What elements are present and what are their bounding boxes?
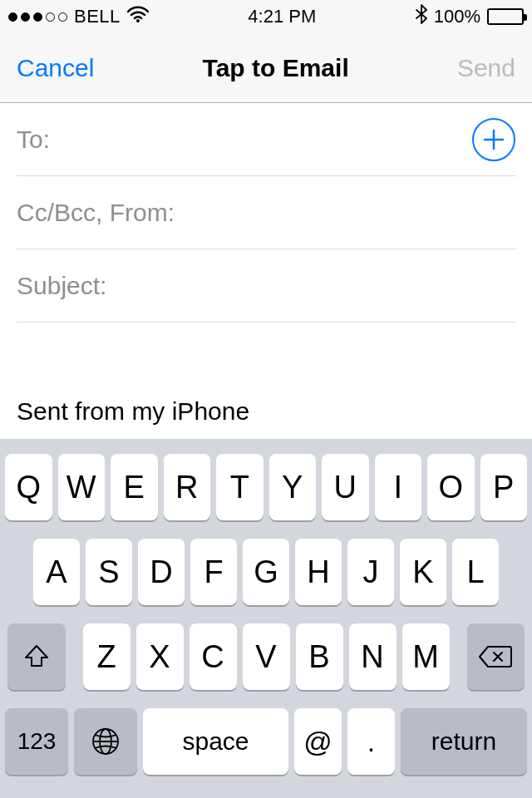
- key-e[interactable]: E: [111, 454, 158, 520]
- key-w[interactable]: W: [58, 454, 106, 520]
- key-q[interactable]: Q: [5, 454, 52, 520]
- at-key[interactable]: @: [294, 708, 342, 775]
- key-z[interactable]: Z: [83, 623, 131, 690]
- carrier-label: BELL: [74, 6, 121, 27]
- key-s[interactable]: S: [86, 539, 132, 605]
- status-bar: BELL 4:21 PM 100%: [0, 0, 532, 33]
- keyboard-row-3: ZXCVBNM: [5, 623, 527, 690]
- battery-icon: [487, 8, 524, 25]
- space-key[interactable]: space: [143, 708, 288, 775]
- key-h[interactable]: H: [295, 539, 342, 605]
- key-j[interactable]: J: [347, 539, 394, 605]
- backspace-key[interactable]: [467, 623, 525, 690]
- plus-icon: [482, 128, 505, 151]
- signature-text: Sent from my iPhone: [17, 397, 249, 425]
- keyboard: QWERTYUIOP ASDFGHJKL ZXCVBNM 123: [0, 439, 532, 798]
- dot-key[interactable]: .: [347, 708, 395, 775]
- page-title: Tap to Email: [203, 54, 349, 82]
- key-p[interactable]: P: [480, 454, 528, 520]
- cc-bcc-from-field[interactable]: Cc/Bcc, From:: [17, 176, 515, 249]
- cell-signal-icon: [8, 12, 67, 22]
- wifi-icon: [127, 6, 149, 27]
- key-d[interactable]: D: [138, 539, 185, 605]
- status-right: 100%: [416, 4, 524, 29]
- key-k[interactable]: K: [400, 539, 446, 605]
- globe-icon: [91, 727, 121, 756]
- key-c[interactable]: C: [190, 623, 237, 690]
- subject-field[interactable]: Subject:: [17, 249, 515, 323]
- key-v[interactable]: V: [243, 623, 290, 690]
- numbers-key[interactable]: 123: [5, 708, 68, 775]
- key-a[interactable]: A: [33, 539, 80, 605]
- key-x[interactable]: X: [136, 623, 184, 690]
- message-body[interactable]: Sent from my iPhone: [17, 323, 515, 426]
- key-f[interactable]: F: [190, 539, 237, 605]
- key-m[interactable]: M: [402, 623, 450, 690]
- svg-point-0: [136, 19, 140, 22]
- key-y[interactable]: Y: [269, 454, 317, 520]
- cancel-button[interactable]: Cancel: [17, 54, 94, 82]
- keyboard-row-1: QWERTYUIOP: [5, 454, 527, 520]
- key-g[interactable]: G: [243, 539, 289, 605]
- key-u[interactable]: U: [322, 454, 369, 520]
- keyboard-row-4: 123 space @ . return: [5, 708, 527, 775]
- clock: 4:21 PM: [248, 6, 316, 27]
- key-b[interactable]: B: [296, 623, 343, 690]
- add-contact-button[interactable]: [472, 118, 515, 161]
- send-button[interactable]: Send: [457, 54, 515, 82]
- bluetooth-icon: [416, 4, 427, 29]
- battery-percent: 100%: [434, 6, 480, 27]
- key-o[interactable]: O: [427, 454, 475, 520]
- key-l[interactable]: L: [452, 539, 499, 605]
- return-key[interactable]: return: [401, 708, 527, 775]
- key-r[interactable]: R: [164, 454, 211, 520]
- keyboard-row-2: ASDFGHJKL: [5, 539, 527, 605]
- key-i[interactable]: I: [375, 454, 422, 520]
- subject-label: Subject:: [17, 272, 106, 300]
- shift-key[interactable]: [7, 623, 66, 690]
- to-label: To:: [17, 126, 50, 154]
- shift-icon: [22, 643, 51, 671]
- backspace-icon: [478, 644, 513, 669]
- navbar: Cancel Tap to Email Send: [0, 33, 532, 103]
- to-field[interactable]: To:: [17, 103, 515, 176]
- cc-label: Cc/Bcc, From:: [17, 199, 175, 227]
- key-t[interactable]: T: [216, 454, 264, 520]
- compose-form: To: Cc/Bcc, From: Subject: Sent from my …: [0, 103, 532, 426]
- key-n[interactable]: N: [349, 623, 397, 690]
- status-left: BELL: [8, 6, 149, 27]
- globe-key[interactable]: [74, 708, 137, 775]
